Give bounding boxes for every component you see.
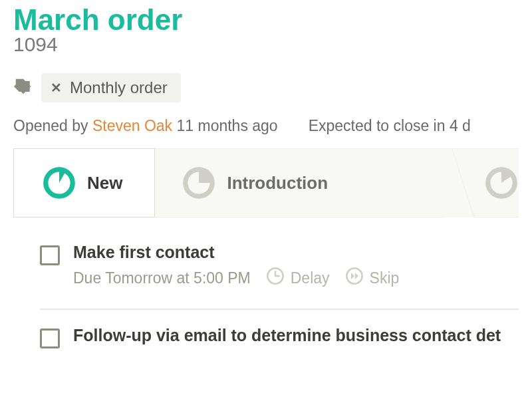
task-list: Make first contact Due Tomorrow at 5:00 … (13, 236, 519, 360)
delay-label: Delay (291, 269, 330, 287)
task-checkbox[interactable] (40, 245, 60, 265)
clock-icon (265, 266, 285, 290)
opened-suffix: 11 months ago (172, 117, 278, 134)
meta-row: Opened by Steven Oak 11 months ago Expec… (13, 117, 519, 135)
task-divider (40, 309, 519, 310)
delay-button[interactable]: Delay (265, 266, 330, 290)
author-link[interactable]: Steven Oak (92, 117, 172, 134)
stage-clock-icon (182, 166, 216, 200)
task-row: Make first contact Due Tomorrow at 5:00 … (13, 236, 519, 302)
skip-label: Skip (370, 269, 400, 287)
task-meta: Due Tomorrow at 5:00 PM Delay Skip (73, 266, 519, 290)
tag-label: Monthly order (70, 78, 168, 97)
tag-remove-icon[interactable]: ✕ (51, 80, 62, 96)
skip-button[interactable]: Skip (344, 266, 400, 290)
stage-clock-icon (484, 166, 519, 200)
task-row: Follow-up via email to determine busines… (13, 319, 519, 360)
tag-icon (13, 76, 33, 99)
stage-label: New (87, 173, 122, 194)
record-title: March order (13, 0, 519, 36)
stage-label: Introduction (227, 173, 328, 194)
expected-close: Expected to close in 4 d (309, 117, 471, 135)
task-title: Make first contact (73, 243, 519, 262)
stage-clock-icon (42, 166, 76, 200)
tag-row: ✕ Monthly order (13, 73, 519, 102)
stage-bar: New Introduction (13, 148, 519, 217)
stage-new[interactable]: New (13, 148, 155, 217)
task-checkbox[interactable] (40, 329, 60, 348)
tag-chip[interactable]: ✕ Monthly order (41, 73, 181, 102)
opened-prefix: Opened by (13, 117, 92, 134)
opened-by: Opened by Steven Oak 11 months ago (13, 117, 278, 135)
record-number: 1094 (13, 33, 519, 56)
task-due: Due Tomorrow at 5:00 PM (73, 269, 251, 287)
stage-introduction[interactable]: Introduction (155, 148, 438, 217)
task-title: Follow-up via email to determine busines… (73, 326, 519, 345)
fast-forward-icon (344, 266, 364, 290)
